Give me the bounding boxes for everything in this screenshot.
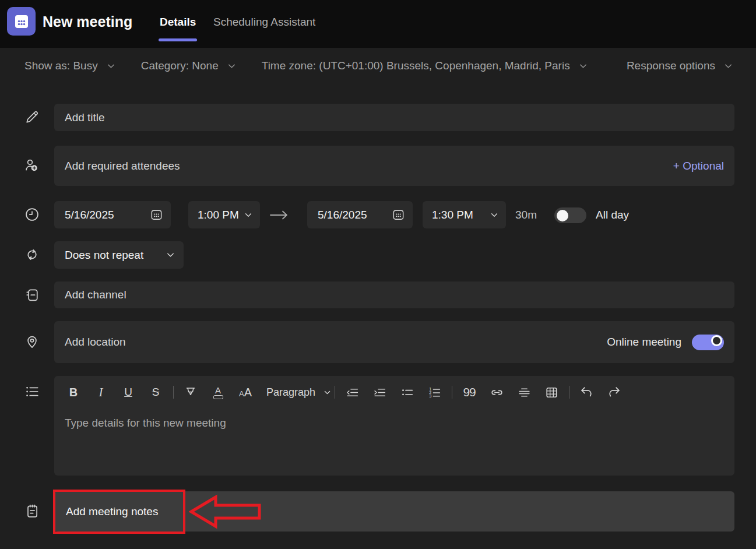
chevron-down-icon xyxy=(490,211,498,219)
chevron-down-icon xyxy=(227,62,236,71)
italic-button[interactable]: I xyxy=(90,383,112,402)
response-options-label: Response options xyxy=(627,59,715,72)
table-button[interactable] xyxy=(540,383,562,402)
numbered-list-button[interactable]: 1 2 3 xyxy=(423,383,445,402)
undo-icon xyxy=(579,385,594,400)
quote-button[interactable]: 99 xyxy=(458,383,480,402)
end-date-picker[interactable]: 5/16/2025 xyxy=(307,201,413,228)
arrow-right-icon xyxy=(269,209,290,221)
channel-icon xyxy=(24,287,40,303)
add-meeting-notes-button[interactable]: Add meeting notes xyxy=(54,491,734,532)
required-attendees-input[interactable]: Add required attendees + Optional xyxy=(54,146,734,186)
underline-button[interactable]: U xyxy=(117,383,139,402)
toggle-knob xyxy=(711,335,722,346)
timezone-dropdown[interactable]: Time zone: (UTC+01:00) Brussels, Copenha… xyxy=(262,59,588,72)
add-optional-attendees-button[interactable]: + Optional xyxy=(673,160,724,173)
highlight-button[interactable] xyxy=(180,383,202,402)
person-add-icon xyxy=(24,157,40,174)
tab-underline xyxy=(159,38,197,41)
repeat-icon xyxy=(24,247,40,263)
paragraph-label: Paragraph xyxy=(266,386,315,399)
paragraph-dropdown[interactable]: Paragraph xyxy=(266,383,331,402)
font-size-icon: AA xyxy=(239,386,252,399)
svg-text:3: 3 xyxy=(429,393,431,399)
italic-icon: I xyxy=(99,386,103,399)
underline-icon: U xyxy=(124,386,132,399)
toolbar-divider xyxy=(452,386,452,399)
repeat-dropdown[interactable]: Does not repeat xyxy=(54,241,184,269)
duration-label: 30m xyxy=(515,209,537,221)
strikethrough-icon: S xyxy=(152,386,160,399)
link-button[interactable] xyxy=(486,383,508,402)
end-time-value: 1:30 PM xyxy=(432,209,473,221)
title-placeholder: Add title xyxy=(65,111,105,124)
meeting-notes-label: Add meeting notes xyxy=(66,505,158,518)
start-date-value: 5/16/2025 xyxy=(65,209,114,221)
all-day-toggle[interactable] xyxy=(554,207,586,223)
bold-button[interactable]: B xyxy=(62,383,85,402)
options-bar: Show as: Busy Category: None Time zone: … xyxy=(24,59,733,72)
online-meeting-toggle[interactable] xyxy=(692,335,724,350)
font-color-button[interactable]: A xyxy=(207,383,229,402)
redo-button[interactable] xyxy=(603,383,625,402)
channel-input[interactable]: Add channel xyxy=(54,281,734,308)
location-input[interactable]: Add location Online meeting xyxy=(54,321,734,363)
description-editor[interactable]: B I U S A AA Paragraph xyxy=(54,376,734,476)
show-as-label: Show as: Busy xyxy=(24,59,98,72)
toolbar-divider xyxy=(335,386,335,399)
repeat-value: Does not repeat xyxy=(65,249,143,262)
page-title: New meeting xyxy=(43,13,132,30)
chevron-down-icon xyxy=(107,62,115,71)
details-list-icon xyxy=(24,383,40,400)
start-time-dropdown[interactable]: 1:00 PM xyxy=(188,201,260,228)
channel-placeholder: Add channel xyxy=(65,288,126,301)
timezone-label: Time zone: (UTC+01:00) Brussels, Copenha… xyxy=(262,59,570,72)
numbered-list-icon: 1 2 3 xyxy=(427,385,442,400)
show-as-dropdown[interactable]: Show as: Busy xyxy=(24,59,115,72)
notepad-icon xyxy=(24,503,40,519)
quote-icon: 99 xyxy=(463,385,475,399)
bullet-list-icon xyxy=(400,385,414,400)
calendar-picker-icon xyxy=(150,208,163,221)
attendees-placeholder: Add required attendees xyxy=(65,160,180,173)
redo-icon xyxy=(607,385,621,400)
highlighter-icon xyxy=(184,385,198,399)
calendar-icon xyxy=(13,13,30,30)
indent-button[interactable] xyxy=(368,383,391,402)
outdent-icon xyxy=(345,385,360,400)
category-dropdown[interactable]: Category: None xyxy=(141,59,236,72)
chevron-down-icon xyxy=(724,62,733,71)
toolbar-divider xyxy=(569,386,569,399)
new-meeting-window: New meeting Details Scheduling Assistant… xyxy=(0,0,756,549)
clock-icon xyxy=(24,206,40,223)
title-input[interactable]: Add title xyxy=(54,104,734,131)
font-size-button[interactable]: AA xyxy=(234,383,256,402)
outdent-button[interactable] xyxy=(341,383,363,402)
horizontal-rule-button[interactable] xyxy=(513,383,535,402)
horizontal-rule-icon xyxy=(517,385,532,400)
link-icon xyxy=(490,385,504,400)
start-date-picker[interactable]: 5/16/2025 xyxy=(54,201,171,228)
category-label: Category: None xyxy=(141,59,219,72)
tab-scheduling-assistant[interactable]: Scheduling Assistant xyxy=(213,16,315,29)
location-placeholder: Add location xyxy=(65,336,126,349)
bullet-list-button[interactable] xyxy=(396,383,418,402)
response-options-dropdown[interactable]: Response options xyxy=(627,59,733,72)
end-time-dropdown[interactable]: 1:30 PM xyxy=(423,201,506,228)
online-meeting-label: Online meeting xyxy=(607,336,681,349)
all-day-label: All day xyxy=(596,209,629,221)
location-icon xyxy=(24,333,40,350)
indent-icon xyxy=(372,385,387,400)
table-icon xyxy=(544,385,559,400)
chevron-down-icon xyxy=(166,251,175,259)
calendar-picker-icon xyxy=(392,208,405,221)
start-time-value: 1:00 PM xyxy=(198,209,239,221)
undo-button[interactable] xyxy=(575,383,597,402)
bold-icon: B xyxy=(69,386,78,399)
pencil-icon xyxy=(24,109,40,125)
tab-details[interactable]: Details xyxy=(160,16,196,29)
description-placeholder: Type details for this new meeting xyxy=(65,417,226,430)
toolbar-divider xyxy=(173,386,174,399)
end-date-value: 5/16/2025 xyxy=(318,209,367,221)
strikethrough-button[interactable]: S xyxy=(145,383,167,402)
